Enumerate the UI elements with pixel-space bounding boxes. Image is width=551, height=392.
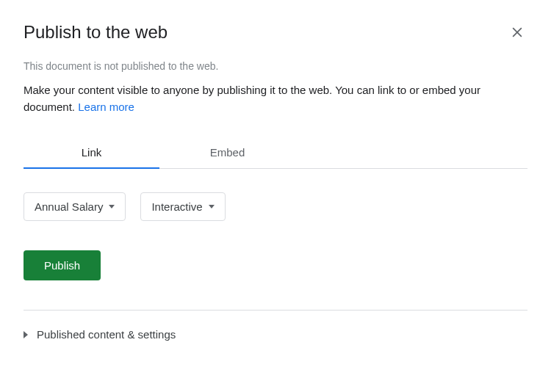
caret-down-icon	[109, 205, 115, 208]
mode-dropdown-label: Interactive	[151, 200, 202, 213]
tab-embed[interactable]: Embed	[159, 137, 295, 169]
divider	[24, 310, 527, 311]
tab-bar: Link Embed	[24, 137, 527, 169]
published-settings-toggle[interactable]: Published content & settings	[24, 328, 527, 341]
publish-button[interactable]: Publish	[24, 250, 101, 280]
published-settings-label: Published content & settings	[37, 328, 176, 341]
dialog-description: Make your content visible to anyone by p…	[24, 82, 527, 115]
tab-link[interactable]: Link	[24, 137, 159, 169]
caret-down-icon	[209, 205, 215, 208]
mode-dropdown[interactable]: Interactive	[140, 192, 225, 221]
learn-more-link[interactable]: Learn more	[78, 101, 134, 113]
caret-right-icon	[24, 331, 28, 338]
dropdown-row: Annual Salary Interactive	[24, 192, 527, 221]
sheet-dropdown[interactable]: Annual Salary	[24, 192, 126, 221]
sheet-dropdown-label: Annual Salary	[35, 200, 103, 213]
dialog-title: Publish to the web	[24, 22, 168, 43]
publish-status: This document is not published to the we…	[24, 60, 527, 72]
close-icon[interactable]	[507, 22, 527, 46]
